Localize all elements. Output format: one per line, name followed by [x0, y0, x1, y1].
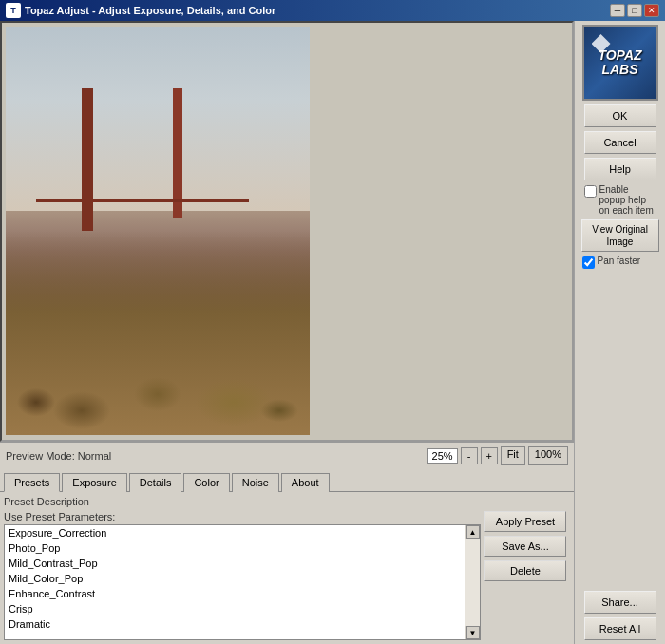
view-original-button[interactable]: View Original Image [581, 219, 659, 252]
zoom-100-button[interactable]: 100% [528, 446, 568, 465]
title-bar: T Topaz Adjust - Adjust Exposure, Detail… [0, 0, 665, 21]
pan-faster-row: Pan faster [582, 256, 658, 269]
tabs-bar: Presets Exposure Details Color Noise Abo… [0, 468, 574, 492]
share-button[interactable]: Share... [584, 591, 656, 614]
list-item[interactable]: Exposure_Correction [5, 525, 465, 540]
preview-image [6, 27, 310, 435]
ok-button[interactable]: OK [584, 104, 656, 127]
list-item[interactable]: Dramatic [5, 616, 465, 632]
close-button[interactable]: ✕ [644, 4, 659, 17]
zoom-fit-button[interactable]: Fit [501, 446, 525, 465]
tab-details[interactable]: Details [129, 473, 182, 492]
preset-action-buttons: Apply Preset Save As... Delete [484, 496, 570, 640]
right-sidebar: TOPAZ LABS OK Cancel Help Enable popup h… [574, 21, 665, 644]
maximize-button[interactable]: □ [627, 4, 642, 17]
preset-params-label: Use Preset Parameters: [4, 511, 481, 522]
preset-description-label: Preset Description [4, 496, 481, 507]
left-content: Preview Mode: Normal 25% - + Fit 100% Pr… [0, 21, 574, 644]
vegetation [6, 272, 310, 435]
pan-faster-label: Pan faster [598, 256, 641, 266]
bridge-scene [6, 27, 310, 435]
enable-popup-section: Enable popup help on each item [584, 184, 656, 216]
tab-about[interactable]: About [281, 473, 330, 492]
cancel-button[interactable]: Cancel [584, 131, 656, 154]
pan-faster-checkbox[interactable] [582, 256, 595, 269]
zoom-plus-button[interactable]: + [481, 447, 498, 464]
minimize-button[interactable]: ─ [610, 4, 625, 17]
topaz-logo-text: TOPAZ LABS [598, 48, 641, 78]
list-item[interactable]: Crisp [5, 601, 465, 616]
zoom-controls: 25% - + Fit 100% [428, 446, 568, 465]
app-icon: T [6, 3, 21, 18]
save-as-button[interactable]: Save As... [484, 536, 566, 557]
enable-popup-label: Enable popup help on each item [599, 184, 656, 216]
zoom-minus-button[interactable]: - [461, 447, 478, 464]
preview-controls-bar: Preview Mode: Normal 25% - + Fit 100% [0, 442, 574, 468]
title-bar-buttons: ─ □ ✕ [610, 4, 659, 17]
list-item[interactable]: Enhance_Contrast [5, 586, 465, 601]
bridge-tower-left [82, 88, 93, 232]
window-title: Topaz Adjust - Adjust Exposure, Details,… [25, 5, 276, 16]
list-item[interactable]: Mild_Color_Pop [5, 571, 465, 586]
scroll-down-button[interactable]: ▼ [466, 626, 480, 639]
delete-button[interactable]: Delete [484, 560, 566, 581]
help-button[interactable]: Help [584, 158, 656, 180]
main-window: Preview Mode: Normal 25% - + Fit 100% Pr… [0, 21, 665, 644]
tab-exposure[interactable]: Exposure [62, 473, 126, 492]
preview-mode-label: Preview Mode: Normal [6, 450, 111, 462]
reset-all-button[interactable]: Reset All [584, 617, 656, 640]
tab-presets[interactable]: Presets [4, 473, 60, 492]
apply-preset-button[interactable]: Apply Preset [484, 511, 566, 532]
scroll-track[interactable] [466, 539, 480, 626]
preset-list-wrapper: Exposure_Correction Photo_Pop Mild_Contr… [4, 524, 481, 640]
preview-container[interactable] [0, 21, 574, 442]
scroll-up-button[interactable]: ▲ [466, 525, 480, 539]
presets-left-col: Preset Description Use Preset Parameters… [4, 496, 481, 640]
list-item[interactable]: Mild_Contrast_Pop [5, 556, 465, 571]
enable-popup-row: Enable popup help on each item [584, 184, 656, 216]
preset-listbox[interactable]: Exposure_Correction Photo_Pop Mild_Contr… [4, 524, 466, 640]
presets-panel: Preset Description Use Preset Parameters… [0, 492, 574, 644]
list-item[interactable]: Photo_Pop [5, 540, 465, 556]
topaz-logo: TOPAZ LABS [582, 25, 658, 101]
bridge-deck [36, 199, 249, 202]
preset-scrollbar[interactable]: ▲ ▼ [466, 524, 481, 640]
zoom-value-display: 25% [428, 448, 458, 464]
title-bar-left: T Topaz Adjust - Adjust Exposure, Detail… [6, 3, 276, 18]
tab-noise[interactable]: Noise [232, 473, 279, 492]
enable-popup-checkbox[interactable] [584, 185, 597, 198]
tab-color[interactable]: Color [183, 473, 229, 492]
